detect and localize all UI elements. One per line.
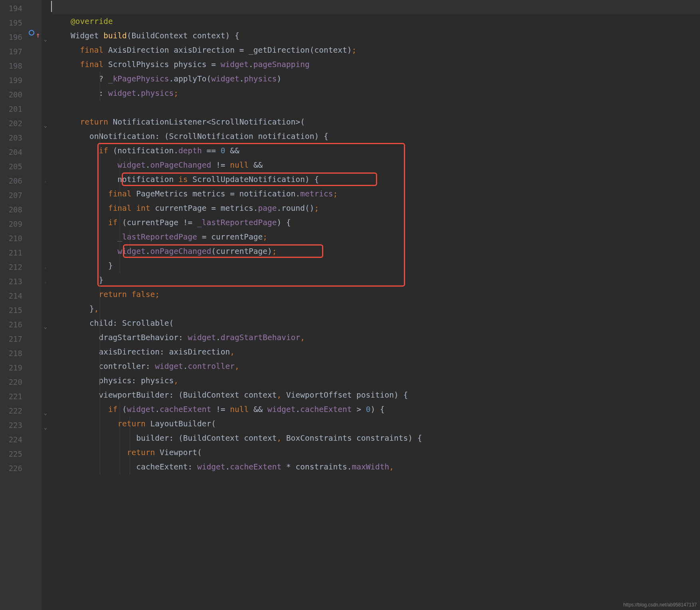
code-line[interactable]: _lastReportedPage = currentPage; (52, 230, 700, 244)
override-gutter-icon[interactable] (29, 30, 34, 36)
code-line[interactable]: final PageMetrics metrics = notification… (52, 187, 700, 201)
code-token: physics (141, 89, 174, 98)
code-token: , (389, 462, 394, 471)
code-line[interactable]: builder: (BuildContext context, BoxConst… (52, 431, 700, 446)
code-line[interactable]: } (52, 273, 700, 287)
code-line[interactable]: notification is ScrollUpdateNotification… (52, 172, 700, 187)
code-line[interactable]: return NotificationListener<ScrollNotifi… (52, 115, 700, 129)
code-line[interactable]: if (currentPage != _lastReportedPage) { (52, 216, 700, 230)
code-token: . (183, 362, 188, 371)
code-token (52, 146, 99, 155)
code-line[interactable]: final ScrollPhysics physics = widget.pag… (52, 57, 700, 72)
code-token: _kPagePhysics (108, 74, 169, 83)
line-number: 205 (0, 159, 22, 174)
code-line[interactable]: Widget build(BuildContext context) { (52, 29, 700, 43)
code-token: _lastReportedPage (197, 218, 277, 227)
code-token: int (136, 204, 150, 213)
code-token: physics (244, 74, 277, 83)
code-token: != (211, 405, 230, 414)
code-line[interactable]: : widget.physics; (52, 86, 700, 101)
code-token: != (211, 160, 230, 170)
line-number: 211 (0, 246, 22, 260)
code-token: ScrollUpdateNotification) { (188, 175, 319, 184)
code-token: , (230, 347, 235, 356)
code-token: . (146, 160, 150, 170)
code-line[interactable] (52, 0, 700, 14)
line-number: 225 (0, 447, 22, 461)
code-line[interactable]: ? _kPagePhysics.applyTo(widget.physics) (52, 72, 700, 86)
gutter-icons: ↑ (27, 0, 42, 610)
code-line[interactable]: axisDirection: axisDirection, (52, 345, 700, 359)
code-token: cacheExtent: (52, 462, 197, 471)
code-token: widget (155, 362, 183, 371)
code-line[interactable]: cacheExtent: widget.cacheExtent * constr… (52, 460, 700, 474)
code-token: cacheExtent (300, 405, 352, 414)
code-token: ) (277, 74, 282, 83)
code-line[interactable]: @override (52, 14, 700, 29)
code-token: return (127, 448, 155, 457)
code-token: cacheExtent (230, 462, 281, 471)
code-token: widget (117, 247, 145, 256)
code-token: ViewportOffset position) { (281, 390, 408, 400)
code-token: , (235, 362, 239, 371)
fold-toggle-icon[interactable]: ⌄ (43, 319, 48, 334)
fold-toggle-icon[interactable]: ⌄ (43, 406, 48, 420)
code-token (52, 46, 80, 55)
code-token: if (108, 405, 117, 414)
code-token: axisDirection: axisDirection (52, 347, 230, 356)
code-token: Viewport( (155, 448, 202, 457)
code-line[interactable]: child: Scrollable( (52, 316, 700, 331)
line-number: 202 (0, 116, 22, 131)
code-line[interactable]: final AxisDirection axisDirection = _get… (52, 43, 700, 57)
line-number: 200 (0, 87, 22, 102)
code-line[interactable]: }, (52, 302, 700, 316)
line-number: 204 (0, 145, 22, 159)
code-line[interactable]: final int currentPage = metrics.page.rou… (52, 201, 700, 216)
fold-toggle-icon[interactable]: ⌄ (43, 420, 48, 434)
code-line[interactable]: controller: widget.controller, (52, 359, 700, 374)
fold-toggle-icon[interactable]: ⌄ (43, 32, 48, 46)
code-token: , (277, 390, 282, 400)
line-number: 218 (0, 346, 22, 360)
fold-close-icon[interactable]: ⌃ (43, 276, 48, 291)
code-token: builder: (BuildContext context (52, 434, 277, 443)
code-token: widget (127, 405, 155, 414)
line-number: 223 (0, 418, 22, 432)
code-editor[interactable]: 1941951961971981992002012022032042052062… (0, 0, 700, 610)
code-line[interactable]: return Viewport( (52, 446, 700, 460)
code-line[interactable]: if (notification.depth == 0 && (52, 144, 700, 158)
line-number-gutter: 1941951961971981992002012022032042052062… (0, 0, 27, 610)
code-token: dragStartBehavior (221, 333, 301, 342)
code-line[interactable]: widget.onPageChanged != null && (52, 158, 700, 172)
code-token: final (80, 60, 103, 69)
code-token (52, 60, 80, 69)
code-line[interactable]: dragStartBehavior: widget.dragStartBehav… (52, 331, 700, 345)
code-token: . (136, 89, 141, 98)
code-token (52, 290, 99, 299)
code-line[interactable]: viewportBuilder: (BuildContext context, … (52, 388, 700, 402)
code-line[interactable]: return LayoutBuilder( (52, 417, 700, 431)
code-token: widget (188, 333, 216, 342)
fold-close-icon[interactable]: ⌃ (43, 176, 48, 190)
code-line[interactable]: return false; (52, 287, 700, 302)
code-token: } (52, 275, 103, 285)
code-area[interactable]: @override Widget build(BuildContext cont… (49, 0, 700, 610)
code-token: AxisDirection axisDirection = _getDirect… (103, 46, 352, 55)
code-line[interactable]: physics: physics, (52, 374, 700, 388)
code-line[interactable]: } (52, 259, 700, 273)
code-token: Scrollable( (122, 319, 174, 328)
code-token: notification (52, 175, 178, 184)
code-line[interactable]: widget.onPageChanged(currentPage); (52, 244, 700, 259)
code-line[interactable]: onNotification: (ScrollNotification noti… (52, 129, 700, 144)
code-token (52, 117, 80, 127)
line-number: 209 (0, 217, 22, 231)
code-line[interactable] (52, 101, 700, 115)
code-token: null (230, 160, 249, 170)
line-number: 222 (0, 404, 22, 418)
code-token: ScrollPhysics physics = (103, 60, 221, 69)
line-number: 201 (0, 102, 22, 116)
code-line[interactable]: if (widget.cacheExtent != null && widget… (52, 402, 700, 417)
fold-close-icon[interactable]: ⌃ (43, 262, 48, 276)
line-number: 219 (0, 360, 22, 375)
fold-toggle-icon[interactable]: ⌄ (43, 118, 48, 133)
